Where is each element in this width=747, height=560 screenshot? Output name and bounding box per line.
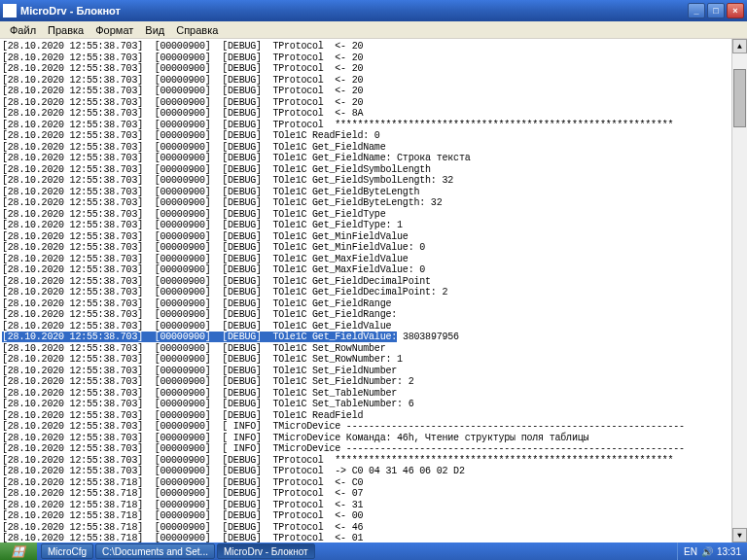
app-icon: [3, 4, 17, 18]
log-line: [28.10.2020 12:55:38.703] [00000900] [DE…: [2, 52, 745, 64]
log-line: [28.10.2020 12:55:38.703] [00000900] [DE…: [2, 41, 745, 52]
vertical-scrollbar[interactable]: ▲ ▼: [731, 39, 747, 542]
taskbar-item-microdrv[interactable]: MicroDrv - Блокнот: [217, 543, 315, 559]
log-line: [28.10.2020 12:55:38.703] [00000900] [DE…: [2, 298, 745, 310]
log-line: [28.10.2020 12:55:38.703] [00000900] [DE…: [2, 309, 745, 321]
log-line: [28.10.2020 12:55:38.718] [00000900] [DE…: [2, 522, 745, 534]
log-line: [28.10.2020 12:55:38.703] [00000900] [DE…: [2, 466, 745, 477]
language-indicator[interactable]: EN: [684, 546, 697, 557]
log-line: [28.10.2020 12:55:38.703] [00000900] [DE…: [2, 86, 745, 97]
log-line: [28.10.2020 12:55:38.703] [00000900] [DE…: [2, 63, 745, 75]
log-line: [28.10.2020 12:55:38.703] [00000900] [DE…: [2, 187, 745, 198]
close-button[interactable]: ×: [727, 3, 744, 18]
log-line: [28.10.2020 12:55:38.703] [00000900] [DE…: [2, 209, 745, 221]
menu-edit[interactable]: Правка: [42, 22, 89, 38]
log-line: [28.10.2020 12:55:38.718] [00000900] [DE…: [2, 488, 745, 500]
tray-icon[interactable]: 🔊: [701, 546, 713, 557]
log-line: [28.10.2020 12:55:38.718] [00000900] [DE…: [2, 500, 745, 511]
menu-view[interactable]: Вид: [139, 22, 170, 38]
log-line: [28.10.2020 12:55:38.703] [00000900] [DE…: [2, 153, 745, 164]
scroll-up-arrow[interactable]: ▲: [732, 39, 747, 53]
window-title: MicroDrv - Блокнот: [20, 5, 688, 17]
titlebar: MicroDrv - Блокнот _ □ ×: [0, 0, 747, 21]
log-line: [28.10.2020 12:55:38.703] [00000900] [DE…: [2, 75, 745, 87]
log-line: [28.10.2020 12:55:38.703] [00000900] [DE…: [2, 276, 745, 288]
window-buttons: _ □ ×: [688, 3, 744, 18]
log-line: [28.10.2020 12:55:38.703] [00000900] [DE…: [2, 197, 745, 209]
log-line: [28.10.2020 12:55:38.703] [00000900] [DE…: [2, 399, 745, 410]
scrollbar-thumb[interactable]: [733, 69, 746, 127]
maximize-button[interactable]: □: [707, 3, 725, 18]
log-line: [28.10.2020 12:55:38.703] [00000900] [DE…: [2, 366, 745, 377]
clock[interactable]: 13:31: [717, 546, 741, 557]
log-line: [28.10.2020 12:55:38.703] [00000900] [DE…: [2, 175, 745, 187]
log-line: [28.10.2020 12:55:38.703] [00000900] [DE…: [2, 97, 745, 109]
log-line: [28.10.2020 12:55:38.703] [00000900] [ I…: [2, 443, 745, 455]
menu-format[interactable]: Формат: [89, 22, 139, 38]
log-line: [28.10.2020 12:55:38.703] [00000900] [DE…: [2, 332, 745, 343]
log-line: [28.10.2020 12:55:38.703] [00000900] [DE…: [2, 220, 745, 231]
log-line: [28.10.2020 12:55:38.703] [00000900] [DE…: [2, 343, 745, 355]
log-line: [28.10.2020 12:55:38.718] [00000900] [DE…: [2, 477, 745, 489]
menu-help[interactable]: Справка: [170, 22, 224, 38]
taskbar: 🪟 MicroCfg C:\Documents and Set... Micro…: [0, 542, 747, 560]
log-line: [28.10.2020 12:55:38.703] [00000900] [DE…: [2, 287, 745, 298]
log-line: [28.10.2020 12:55:38.703] [00000900] [DE…: [2, 130, 745, 142]
log-line: [28.10.2020 12:55:38.703] [00000900] [DE…: [2, 264, 745, 276]
log-line: [28.10.2020 12:55:38.703] [00000900] [DE…: [2, 388, 745, 400]
taskbar-item-documents[interactable]: C:\Documents and Set...: [95, 543, 215, 559]
text-content[interactable]: [28.10.2020 12:55:38.703] [00000900] [DE…: [0, 39, 747, 542]
log-line: [28.10.2020 12:55:38.703] [00000900] [DE…: [2, 120, 745, 131]
start-button[interactable]: 🪟: [0, 542, 37, 560]
log-line: [28.10.2020 12:55:38.703] [00000900] [DE…: [2, 354, 745, 366]
log-line: [28.10.2020 12:55:38.703] [00000900] [DE…: [2, 410, 745, 422]
log-line: [28.10.2020 12:55:38.703] [00000900] [ I…: [2, 433, 745, 444]
scroll-down-arrow[interactable]: ▼: [732, 528, 747, 542]
menubar: Файл Правка Формат Вид Справка: [0, 21, 747, 39]
log-line: [28.10.2020 12:55:38.703] [00000900] [ I…: [2, 421, 745, 433]
log-line: [28.10.2020 12:55:38.703] [00000900] [DE…: [2, 321, 745, 332]
log-line: [28.10.2020 12:55:38.703] [00000900] [DE…: [2, 254, 745, 265]
log-line: [28.10.2020 12:55:38.703] [00000900] [DE…: [2, 455, 745, 467]
menu-file[interactable]: Файл: [4, 22, 42, 38]
system-tray: EN 🔊 13:31: [677, 542, 747, 560]
log-line: [28.10.2020 12:55:38.703] [00000900] [DE…: [2, 142, 745, 154]
minimize-button[interactable]: _: [688, 3, 705, 18]
log-line: [28.10.2020 12:55:38.703] [00000900] [DE…: [2, 242, 745, 254]
log-line: [28.10.2020 12:55:38.703] [00000900] [DE…: [2, 108, 745, 120]
log-line: [28.10.2020 12:55:38.703] [00000900] [DE…: [2, 231, 745, 243]
log-line: [28.10.2020 12:55:38.718] [00000900] [DE…: [2, 533, 745, 542]
log-line: [28.10.2020 12:55:38.703] [00000900] [DE…: [2, 164, 745, 176]
log-line: [28.10.2020 12:55:38.703] [00000900] [DE…: [2, 376, 745, 388]
log-line: [28.10.2020 12:55:38.718] [00000900] [DE…: [2, 510, 745, 522]
taskbar-item-microcfg[interactable]: MicroCfg: [41, 543, 93, 559]
